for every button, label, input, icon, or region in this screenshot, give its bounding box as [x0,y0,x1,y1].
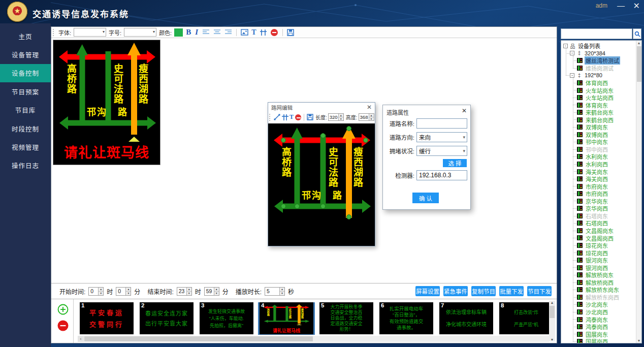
tree-root-label[interactable]: 设备列表 [577,42,601,50]
align-right-icon[interactable] [224,28,233,37]
playlist-item-7[interactable]: 7依法治理非标车辆净化城市交通环境 [439,302,493,334]
road-label-bottom1: 邗沟 [87,105,107,118]
playlist-item-8[interactable]: 8打击改装“炸严查严惩“机 [499,302,549,334]
sign-preview-panel[interactable]: 高桥路 史可法路 瘦西湖路 邗沟 路 请礼让斑马线 [53,40,160,165]
sidebar-item-device-control[interactable]: 设备控制 [0,64,51,82]
color-swatch[interactable] [174,28,183,37]
main-panel: 字体: 字号: 颜色: B I T 高桥路 史可法路 瘦西湖路 邗沟 路 请礼让… [51,26,557,343]
traffic-signal-icon [577,80,583,85]
device-list-icon: 品 [570,42,575,50]
tree-group-label[interactable]: 192*80 [584,72,603,78]
sidebar-item-device-management[interactable]: 设备管理 [0,45,51,64]
scrollbar-thumb[interactable] [84,336,313,341]
delete-icon[interactable] [270,28,279,37]
device-search-input[interactable] [561,28,632,39]
scroll-down-arrow[interactable]: ▼ [549,338,555,341]
tree-group-label[interactable]: 320*384 [584,50,606,56]
close-button[interactable]: ✕ [633,1,640,11]
tree-expander[interactable]: - [563,44,568,48]
editor-canvas[interactable]: 高桥路 史可法路 瘦西湖路 邗沟 路 [268,123,375,246]
playlist-item-5[interactable]: 5大力开展秋冬季交通安全整治百日会战，全力稳定道路交通安全形势！ [319,302,373,334]
confirm-button[interactable]: 确 认 [412,193,439,203]
batch-send-button[interactable]: 批量下发 [499,286,524,296]
traffic-signal-icon [577,58,583,63]
traffic-signal-icon [577,287,583,292]
sidebar-item-program-library[interactable]: 节目库 [0,101,51,119]
text-tool-icon[interactable]: T [251,28,256,37]
emergency-event-button[interactable]: 紧急事件 [443,286,468,296]
sidebar-item-operation-log[interactable]: 操作日志 [0,156,51,175]
scroll-left-arrow[interactable]: ‹ [78,336,84,342]
tree-device-label[interactable]: 国展岗西 [585,337,609,343]
tree-device-row: 解放桥东岗西 [561,294,635,301]
playlist-vertical-scrollbar[interactable]: ▲ ▼ [549,301,555,341]
tree-scrollbar[interactable]: ▲ ▼ [636,41,641,343]
editor-text-tool-icon[interactable]: T [289,113,294,121]
copy-program-button[interactable]: 复制节目 [471,286,496,296]
tree-device-row: 螺丝湾桥测试 [561,57,635,65]
start-minute-spinner[interactable]: 0▲▼ [116,287,131,296]
playlist-item-6[interactable]: 6扎实开展电动车“百日整治”，有效预防道路交通事故。 [379,302,433,334]
tree-device-row: 来鹤台岗西 [561,116,635,123]
height-spinner[interactable]: 368▲▼ [359,113,374,121]
scrollbar-thumb[interactable] [550,306,555,318]
text-line: 有效预防道路交 [390,319,424,325]
editor-titlebar[interactable]: 路网编辑 ✕ [268,103,375,112]
road-direction-select[interactable]: 来向 [416,132,467,142]
tree-device-label[interactable]: 维扬岗测试 [585,64,615,72]
scroll-up-arrow[interactable]: ▲ [549,301,555,304]
playlist-horizontal-scrollbar[interactable]: ‹ [78,336,549,342]
playlist-item-3[interactable]: 3发生轻微交通事故“人未伤，车能动.先拍照，后撤离” [200,302,253,334]
editor-close-icon[interactable]: ✕ [367,104,372,111]
length-label: 长度: [315,113,327,121]
scroll-down-arrow[interactable]: ▼ [636,339,641,342]
end-hour-spinner[interactable]: 23▲▼ [177,287,192,296]
height-label: 高度: [346,113,358,121]
road-tool-icon[interactable] [281,113,288,121]
duration-spinner[interactable]: 5▲▼ [265,287,285,296]
dialog-close-icon[interactable]: ✕ [462,107,467,114]
editor-save-icon[interactable] [306,113,313,121]
tree-expander[interactable]: - [570,51,574,55]
tree-device-row: 鸿泰岗东 [561,316,635,323]
line-tool-icon[interactable] [273,113,280,121]
italic-button[interactable]: I [194,28,199,37]
text-line: “百日整治”， [393,312,420,319]
bold-button[interactable]: B [185,28,191,37]
device-search-button[interactable] [633,28,641,39]
program-send-button[interactable]: 节目下发 [527,286,552,296]
align-center-icon[interactable] [213,28,221,37]
add-frame-button[interactable] [57,304,69,315]
detector-input[interactable]: 192.168.0.3 [416,170,467,180]
size-select[interactable] [124,28,156,37]
length-spinner[interactable]: 320▲▼ [328,113,344,121]
align-left-icon[interactable] [202,28,210,37]
tree-expander[interactable]: - [570,73,574,78]
sidebar-item-video-management[interactable]: 视频管理 [0,138,51,156]
end-minute-spinner[interactable]: 59▲▼ [204,287,219,296]
editor-delete-icon[interactable] [295,113,302,121]
start-hour-spinner[interactable]: 0▲▼ [88,287,104,296]
congestion-select[interactable]: 缓行 [416,146,467,156]
road-name-input[interactable] [416,118,467,129]
scroll-up-arrow[interactable]: ▲ [636,41,641,45]
playlist-item-2[interactable]: 2春运安全连万家出行平安靠大家 [140,302,194,334]
text-line: 春运安全连万家 [145,308,188,319]
save-icon[interactable] [286,28,295,37]
traffic-signal-icon [577,317,583,322]
screen-settings-button[interactable]: 屏幕设置 [415,286,440,296]
image-icon[interactable] [240,28,249,37]
color-label: 颜色: [159,28,172,37]
playlist-item-4[interactable]: 4 高桥路 史可法路 瘦西湖路 请礼让斑马线 [260,302,313,334]
fit-width-icon[interactable] [259,28,268,37]
font-select[interactable] [74,28,106,37]
sidebar-item-period-control[interactable]: 时段控制 [0,119,51,138]
select-detector-button[interactable]: 选 择 [443,159,467,167]
scrollbar-thumb[interactable] [637,46,641,82]
remove-frame-button[interactable] [57,320,69,331]
sidebar-item-home[interactable]: 主页 [0,27,51,45]
sidebar-item-program-plan[interactable]: 节目预案 [0,82,51,101]
minimize-button[interactable]: — [617,1,625,10]
playlist-item-1[interactable]: 1平安春运交警同行 [80,302,134,334]
editor-toolbar-grip [269,114,271,121]
